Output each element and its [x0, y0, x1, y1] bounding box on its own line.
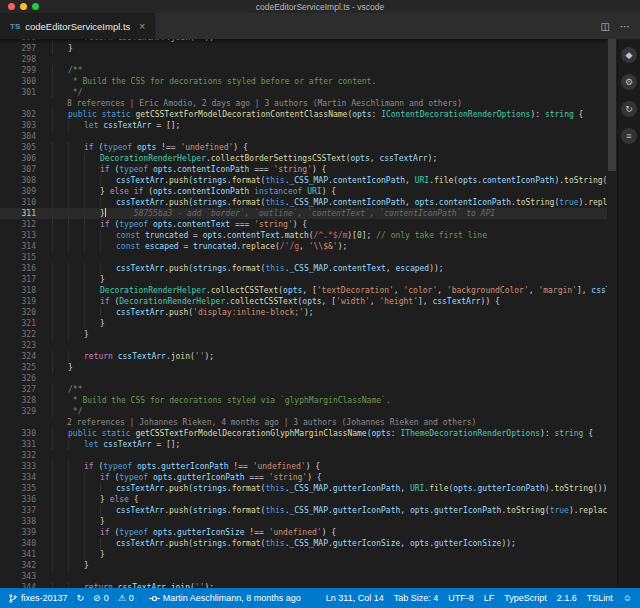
code-line: return cssTextArr.join('');	[46, 351, 214, 362]
sync-icon[interactable]: ↻	[621, 101, 637, 117]
code-row[interactable]: 333if (typeof opts.gutterIconPath !== 'u…	[0, 461, 607, 472]
code-row[interactable]: 308cssTextArr.push(strings.format(this._…	[0, 175, 607, 186]
line-number: 336	[0, 494, 46, 505]
tab-code-editor-service-impl[interactable]: TS codeEditorServiceImpl.ts ×	[0, 13, 156, 39]
code-row[interactable]: 297}	[0, 43, 607, 54]
code-row[interactable]: 325}	[0, 362, 607, 373]
code-row[interactable]: 316cssTextArr.push(strings.format(this._…	[0, 263, 607, 274]
code-row[interactable]: 330public static getCSSTextForModelDecor…	[0, 428, 607, 439]
indent-guide	[68, 263, 84, 274]
code-row[interactable]: 312if (typeof opts.contentText === 'stri…	[0, 219, 607, 230]
line-number: 343	[0, 571, 46, 582]
diamond-icon[interactable]: ◆	[621, 47, 637, 63]
indent-guide	[84, 219, 100, 230]
code-row[interactable]: 302public static getCSSTextForModelDecor…	[0, 109, 607, 120]
gear-icon[interactable]: ⚙	[621, 74, 637, 90]
gitlens-blame-status[interactable]: Martin Aeschlimann, 8 months ago	[149, 593, 301, 604]
code-editor[interactable]: 296return cssTextArr.join('');297}298299…	[0, 39, 607, 588]
code-row[interactable]: 343	[0, 571, 607, 582]
line-number: 329	[0, 406, 46, 417]
code-row[interactable]: 306DecorationRenderHelper.collectBorderS…	[0, 153, 607, 164]
code-row[interactable]: 338}	[0, 516, 607, 527]
editor-region: 296return cssTextArr.join('');297}298299…	[0, 39, 640, 588]
indent-guide	[84, 263, 100, 274]
code-row[interactable]: 329 */	[0, 406, 607, 417]
error-status[interactable]: ⊘ 0	[93, 593, 109, 603]
feedback-smiley-icon[interactable]: ☺	[623, 593, 632, 603]
indent-guide	[52, 175, 68, 186]
code-row[interactable]: 319if (DecorationRenderHelper.collectCSS…	[0, 296, 607, 307]
code-row[interactable]: 334if (typeof opts.gutterIconPath === 's…	[0, 472, 607, 483]
indent-guide	[84, 241, 100, 252]
code-row[interactable]: 299/**	[0, 65, 607, 76]
code-row[interactable]: 323	[0, 340, 607, 351]
code-row[interactable]: 321}	[0, 318, 607, 329]
error-icon: ⊘	[93, 593, 101, 603]
code-row[interactable]: 340cssTextArr.push(strings.format(this._…	[0, 538, 607, 549]
code-row[interactable]: 320cssTextArr.push('display:inline-block…	[0, 307, 607, 318]
minimize-window-button[interactable]	[20, 3, 27, 10]
indent-guide	[52, 329, 68, 340]
status-language[interactable]: TypeScript	[504, 593, 547, 603]
code-row[interactable]: 335cssTextArr.push(strings.format(this._…	[0, 483, 607, 494]
line-number: 304	[0, 131, 46, 142]
code-row[interactable]: 313const truncated = opts.contentText.ma…	[0, 230, 607, 241]
code-row[interactable]: 337cssTextArr.push(strings.format(this._…	[0, 505, 607, 516]
indent-guide	[68, 527, 84, 538]
scrollbar-thumb[interactable]	[608, 39, 616, 171]
code-line: DecorationRenderHelper.collectCSSText(op…	[46, 285, 607, 296]
zoom-window-button[interactable]	[32, 3, 39, 10]
code-row[interactable]: 328 * Build the CSS for decorations styl…	[0, 395, 607, 406]
codelens-row[interactable]: 2 references | Johannes Rieken, 4 months…	[0, 417, 607, 428]
indent-guide	[100, 307, 116, 318]
status-tslint[interactable]: TSLint	[587, 593, 613, 603]
code-row[interactable]: 331let cssTextArr = [];	[0, 439, 607, 450]
code-row[interactable]: 301 */	[0, 87, 607, 98]
indent-guide	[68, 296, 84, 307]
code-row[interactable]: 300 * Build the CSS for decorations styl…	[0, 76, 607, 87]
code-line: /**	[46, 65, 82, 76]
gitlens-blame-annotation: 58755ba3 - add `border`, `outline`, `con…	[134, 209, 495, 218]
code-row[interactable]: 342}	[0, 560, 607, 571]
code-row[interactable]: 326	[0, 373, 607, 384]
close-window-button[interactable]	[8, 3, 15, 10]
code-row[interactable]: 317}	[0, 274, 607, 285]
warning-status[interactable]: ⚠ 0	[118, 593, 134, 603]
code-line: if (typeof opts.gutterIconPath !== 'unde…	[46, 461, 320, 472]
code-row[interactable]: 341}	[0, 549, 607, 560]
code-row[interactable]: 318DecorationRenderHelper.collectCSSText…	[0, 285, 607, 296]
code-row[interactable]: 298	[0, 54, 607, 65]
code-row[interactable]: 310cssTextArr.push(strings.format(this._…	[0, 197, 607, 208]
code-row[interactable]: 327/**	[0, 384, 607, 395]
code-row[interactable]: 303let cssTextArr = [];	[0, 120, 607, 131]
code-row[interactable]: 339if (typeof opts.gutterIconSize !== 'u…	[0, 527, 607, 538]
code-row[interactable]: 304	[0, 131, 607, 142]
code-row[interactable]: 336} else {	[0, 494, 607, 505]
status-line-col[interactable]: Ln 311, Col 14	[326, 593, 384, 603]
code-row[interactable]: 305if (typeof opts !== 'undefined') {	[0, 142, 607, 153]
split-editor-icon[interactable]: ◫	[601, 21, 610, 32]
code-row[interactable]: 309} else if (opts.contentIconPath insta…	[0, 186, 607, 197]
code-row[interactable]: 332	[0, 450, 607, 461]
code-row[interactable]: 344return cssTextArr.join('');	[0, 582, 607, 588]
more-actions-icon[interactable]: ⋯	[620, 21, 630, 32]
status-encoding[interactable]: UTF-8	[448, 593, 474, 603]
status-eol[interactable]: LF	[484, 593, 495, 603]
status-tab-size[interactable]: Tab Size: 4	[394, 593, 439, 603]
list-icon[interactable]: ≡	[621, 128, 637, 144]
code-row[interactable]: 322}	[0, 329, 607, 340]
code-row[interactable]: 307if (typeof opts.contentIconPath === '…	[0, 164, 607, 175]
code-line: if (DecorationRenderHelper.collectCSSTex…	[46, 296, 500, 307]
codelens-row[interactable]: 8 references | Eric Amodio, 2 days ago |…	[0, 98, 607, 109]
typescript-file-icon: TS	[10, 22, 20, 31]
close-tab-icon[interactable]: ×	[139, 21, 145, 32]
code-row[interactable]: 311}58755ba3 - add `border`, `outline`, …	[0, 208, 607, 219]
git-branch-status[interactable]: fixes-20137	[8, 593, 68, 604]
status-ts-version[interactable]: 2.1.6	[557, 593, 577, 603]
code-row[interactable]: 314const escaped = truncated.replace(/'/…	[0, 241, 607, 252]
code-row[interactable]: 324return cssTextArr.join('');	[0, 351, 607, 362]
code-line: const escaped = truncated.replace(/'/g, …	[46, 241, 347, 252]
scrollbar[interactable]	[607, 39, 617, 588]
sync-status[interactable]: ↻	[77, 593, 85, 603]
code-row[interactable]: 315	[0, 252, 607, 263]
